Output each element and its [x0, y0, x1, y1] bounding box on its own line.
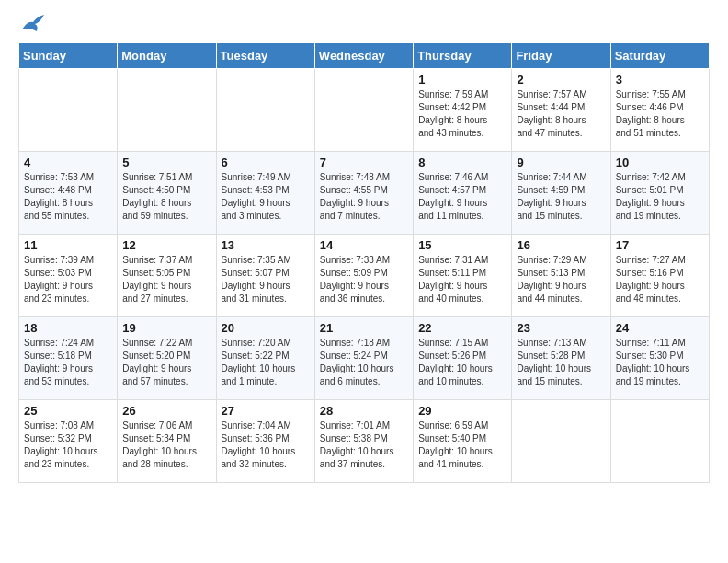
day-info: Sunrise: 7:53 AM Sunset: 4:48 PM Dayligh…: [24, 171, 112, 223]
week-row-4: 18Sunrise: 7:24 AM Sunset: 5:18 PM Dayli…: [19, 316, 710, 399]
calendar-cell: 1Sunrise: 7:59 AM Sunset: 4:42 PM Daylig…: [414, 68, 512, 151]
day-number: 16: [517, 238, 605, 252]
day-number: 29: [418, 404, 506, 418]
day-info: Sunrise: 7:37 AM Sunset: 5:05 PM Dayligh…: [122, 254, 210, 305]
day-info: Sunrise: 7:57 AM Sunset: 4:44 PM Dayligh…: [517, 88, 605, 140]
page-header: [18, 15, 710, 37]
calendar-cell: 9Sunrise: 7:44 AM Sunset: 4:59 PM Daylig…: [512, 151, 610, 234]
calendar-cell: 19Sunrise: 7:22 AM Sunset: 5:20 PM Dayli…: [118, 316, 216, 399]
calendar-cell: 14Sunrise: 7:33 AM Sunset: 5:09 PM Dayli…: [314, 234, 413, 316]
calendar-cell: [19, 68, 118, 151]
day-info: Sunrise: 7:59 AM Sunset: 4:42 PM Dayligh…: [418, 88, 506, 140]
day-info: Sunrise: 7:08 AM Sunset: 5:32 PM Dayligh…: [24, 419, 112, 471]
calendar-cell: [118, 68, 216, 151]
calendar-cell: 27Sunrise: 7:04 AM Sunset: 5:36 PM Dayli…: [216, 399, 314, 482]
day-number: 23: [517, 321, 605, 335]
week-row-2: 4Sunrise: 7:53 AM Sunset: 4:48 PM Daylig…: [19, 151, 710, 234]
calendar-cell: 3Sunrise: 7:55 AM Sunset: 4:46 PM Daylig…: [610, 68, 709, 151]
calendar-cell: 12Sunrise: 7:37 AM Sunset: 5:05 PM Dayli…: [118, 234, 216, 316]
col-header-sunday: Sunday: [19, 42, 118, 68]
calendar-cell: [512, 399, 610, 482]
day-info: Sunrise: 7:11 AM Sunset: 5:30 PM Dayligh…: [616, 337, 704, 388]
day-number: 11: [24, 238, 112, 252]
col-header-saturday: Saturday: [610, 42, 709, 68]
calendar-cell: 16Sunrise: 7:29 AM Sunset: 5:13 PM Dayli…: [512, 234, 610, 316]
day-number: 5: [122, 155, 210, 169]
calendar-cell: 28Sunrise: 7:01 AM Sunset: 5:38 PM Dayli…: [314, 399, 413, 482]
day-number: 18: [24, 321, 112, 335]
day-number: 22: [418, 321, 506, 335]
day-number: 2: [517, 73, 605, 86]
calendar-cell: 5Sunrise: 7:51 AM Sunset: 4:50 PM Daylig…: [118, 151, 216, 234]
day-info: Sunrise: 7:42 AM Sunset: 5:01 PM Dayligh…: [616, 171, 704, 223]
calendar-cell: 4Sunrise: 7:53 AM Sunset: 4:48 PM Daylig…: [19, 151, 118, 234]
day-info: Sunrise: 7:18 AM Sunset: 5:24 PM Dayligh…: [320, 337, 408, 388]
calendar-cell: [216, 68, 314, 151]
calendar-cell: 17Sunrise: 7:27 AM Sunset: 5:16 PM Dayli…: [610, 234, 709, 316]
calendar-cell: 20Sunrise: 7:20 AM Sunset: 5:22 PM Dayli…: [216, 316, 314, 399]
day-info: Sunrise: 7:29 AM Sunset: 5:13 PM Dayligh…: [517, 254, 605, 305]
col-header-tuesday: Tuesday: [216, 42, 314, 68]
calendar-header-row: SundayMondayTuesdayWednesdayThursdayFrid…: [19, 42, 710, 68]
day-info: Sunrise: 7:01 AM Sunset: 5:38 PM Dayligh…: [320, 419, 408, 471]
calendar-cell: 24Sunrise: 7:11 AM Sunset: 5:30 PM Dayli…: [610, 316, 709, 399]
day-number: 26: [122, 404, 210, 418]
calendar-cell: 8Sunrise: 7:46 AM Sunset: 4:57 PM Daylig…: [414, 151, 512, 234]
day-info: Sunrise: 7:15 AM Sunset: 5:26 PM Dayligh…: [418, 337, 506, 388]
day-info: Sunrise: 7:46 AM Sunset: 4:57 PM Dayligh…: [418, 171, 506, 223]
day-info: Sunrise: 7:13 AM Sunset: 5:28 PM Dayligh…: [517, 337, 605, 388]
calendar-table: SundayMondayTuesdayWednesdayThursdayFrid…: [18, 42, 710, 483]
day-info: Sunrise: 7:20 AM Sunset: 5:22 PM Dayligh…: [222, 337, 310, 388]
day-number: 13: [222, 238, 310, 252]
week-row-5: 25Sunrise: 7:08 AM Sunset: 5:32 PM Dayli…: [19, 399, 710, 482]
day-info: Sunrise: 7:39 AM Sunset: 5:03 PM Dayligh…: [24, 254, 112, 305]
day-info: Sunrise: 7:51 AM Sunset: 4:50 PM Dayligh…: [122, 171, 210, 223]
day-info: Sunrise: 7:31 AM Sunset: 5:11 PM Dayligh…: [418, 254, 506, 305]
day-number: 19: [122, 321, 210, 335]
day-number: 20: [222, 321, 310, 335]
day-info: Sunrise: 7:44 AM Sunset: 4:59 PM Dayligh…: [517, 171, 605, 223]
day-info: Sunrise: 7:06 AM Sunset: 5:34 PM Dayligh…: [122, 419, 210, 471]
calendar-cell: 18Sunrise: 7:24 AM Sunset: 5:18 PM Dayli…: [19, 316, 118, 399]
calendar-cell: [610, 399, 709, 482]
logo: [18, 18, 46, 37]
day-number: 28: [320, 404, 408, 418]
calendar-cell: 23Sunrise: 7:13 AM Sunset: 5:28 PM Dayli…: [512, 316, 610, 399]
calendar-cell: 13Sunrise: 7:35 AM Sunset: 5:07 PM Dayli…: [216, 234, 314, 316]
day-number: 15: [418, 238, 506, 252]
day-info: Sunrise: 7:35 AM Sunset: 5:07 PM Dayligh…: [222, 254, 310, 305]
calendar-cell: [314, 68, 413, 151]
day-info: Sunrise: 7:22 AM Sunset: 5:20 PM Dayligh…: [122, 337, 210, 388]
day-number: 24: [616, 321, 704, 335]
day-number: 14: [320, 238, 408, 252]
col-header-thursday: Thursday: [414, 42, 512, 68]
day-info: Sunrise: 7:33 AM Sunset: 5:09 PM Dayligh…: [320, 254, 408, 305]
calendar-cell: 26Sunrise: 7:06 AM Sunset: 5:34 PM Dayli…: [118, 399, 216, 482]
day-number: 6: [222, 155, 310, 169]
calendar-cell: 22Sunrise: 7:15 AM Sunset: 5:26 PM Dayli…: [414, 316, 512, 399]
day-number: 7: [320, 155, 408, 169]
calendar-cell: 10Sunrise: 7:42 AM Sunset: 5:01 PM Dayli…: [610, 151, 709, 234]
day-number: 4: [24, 155, 112, 169]
calendar-cell: 2Sunrise: 7:57 AM Sunset: 4:44 PM Daylig…: [512, 68, 610, 151]
calendar-cell: 21Sunrise: 7:18 AM Sunset: 5:24 PM Dayli…: [314, 316, 413, 399]
day-info: Sunrise: 7:27 AM Sunset: 5:16 PM Dayligh…: [616, 254, 704, 305]
col-header-monday: Monday: [118, 42, 216, 68]
day-number: 12: [122, 238, 210, 252]
day-number: 17: [616, 238, 704, 252]
day-info: Sunrise: 7:49 AM Sunset: 4:53 PM Dayligh…: [222, 171, 310, 223]
day-number: 21: [320, 321, 408, 335]
day-number: 10: [616, 155, 704, 169]
day-number: 1: [418, 73, 506, 86]
week-row-3: 11Sunrise: 7:39 AM Sunset: 5:03 PM Dayli…: [19, 234, 710, 316]
day-number: 9: [517, 155, 605, 169]
day-number: 3: [616, 73, 704, 86]
col-header-wednesday: Wednesday: [314, 42, 413, 68]
calendar-cell: 11Sunrise: 7:39 AM Sunset: 5:03 PM Dayli…: [19, 234, 118, 316]
day-info: Sunrise: 7:24 AM Sunset: 5:18 PM Dayligh…: [24, 337, 112, 388]
day-info: Sunrise: 6:59 AM Sunset: 5:40 PM Dayligh…: [418, 419, 506, 471]
week-row-1: 1Sunrise: 7:59 AM Sunset: 4:42 PM Daylig…: [19, 68, 710, 151]
day-number: 25: [24, 404, 112, 418]
logo-bird-icon: [20, 13, 46, 35]
calendar-cell: 29Sunrise: 6:59 AM Sunset: 5:40 PM Dayli…: [414, 399, 512, 482]
